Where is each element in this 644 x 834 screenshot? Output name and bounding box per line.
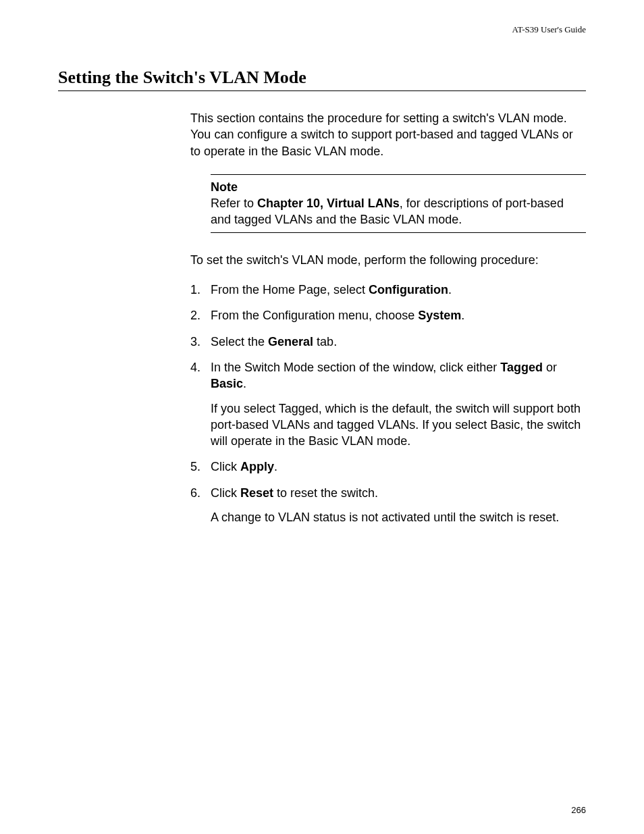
step-post: . — [448, 283, 452, 296]
step-text: From the Configuration menu, choose — [211, 309, 418, 322]
step-mid: or — [543, 361, 557, 374]
step-bold: System — [418, 309, 461, 322]
page-title: Setting the Switch's VLAN Mode — [58, 68, 586, 91]
step-sub-paragraph: If you select Tagged, which is the defau… — [211, 400, 586, 450]
procedure-list: From the Home Page, select Configuration… — [190, 282, 586, 525]
lead-in-text: To set the switch's VLAN mode, perform t… — [190, 252, 586, 268]
step-5: Click Apply. — [190, 459, 586, 475]
step-post: . — [274, 460, 277, 473]
note-bold: Chapter 10, Virtual LANs — [257, 197, 400, 210]
note-text: Refer to Chapter 10, Virtual LANs, for d… — [211, 195, 586, 228]
step-bold: Reset — [240, 486, 273, 500]
step-text: Click — [211, 486, 240, 500]
note-pre: Refer to — [211, 197, 257, 210]
step-bold: Configuration — [369, 283, 448, 296]
step-sub-paragraph: A change to VLAN status is not activated… — [211, 509, 586, 525]
step-6: Click Reset to reset the switch. A chang… — [190, 485, 586, 526]
note-box: Note Refer to Chapter 10, Virtual LANs, … — [211, 174, 586, 233]
step-1: From the Home Page, select Configuration… — [190, 282, 586, 298]
step-3: Select the General tab. — [190, 334, 586, 350]
step-post: to reset the switch. — [273, 486, 378, 500]
step-bold: Apply — [240, 460, 274, 473]
running-header: AT-S39 User's Guide — [58, 24, 586, 35]
intro-paragraph: This section contains the procedure for … — [190, 110, 586, 159]
step-4: In the Switch Mode section of the window… — [190, 359, 586, 449]
step-text: Select the — [211, 335, 268, 348]
step-post: . — [461, 309, 464, 322]
note-label: Note — [211, 179, 586, 195]
step-2: From the Configuration menu, choose Syst… — [190, 307, 586, 323]
step-bold: Tagged — [500, 361, 543, 374]
step-post: . — [243, 377, 246, 390]
page-number: 266 — [571, 805, 586, 815]
step-text: From the Home Page, select — [211, 283, 369, 296]
content-area: This section contains the procedure for … — [190, 110, 586, 525]
step-text: In the Switch Mode section of the window… — [211, 361, 500, 374]
step-text: Click — [211, 460, 240, 473]
step-bold: General — [268, 335, 313, 348]
step-post: tab. — [313, 335, 337, 348]
step-bold-2: Basic — [211, 377, 243, 390]
